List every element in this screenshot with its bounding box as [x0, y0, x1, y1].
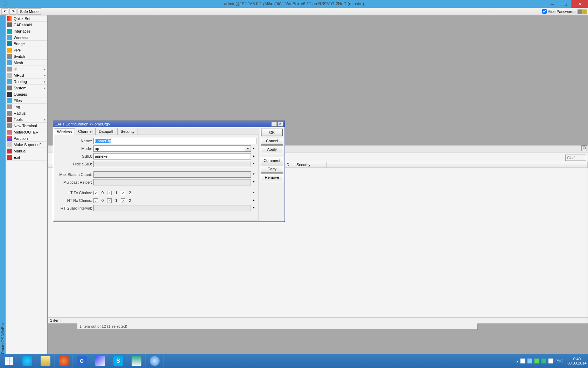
i-quick-icon	[7, 16, 12, 21]
sidebar-item-label: Bridge	[14, 42, 25, 46]
sidebar-item-wireless[interactable]: Wireless	[6, 34, 47, 41]
sidebar-item-capsman[interactable]: CAPsMAN	[6, 22, 47, 28]
sidebar-item-label: Quick Set	[14, 16, 30, 21]
sidebar-item-tools[interactable]: Tools▸	[6, 116, 47, 123]
taskbar-explorer[interactable]	[36, 354, 55, 368]
tx-up-icon[interactable]: ▴	[251, 190, 257, 196]
rx-chain-0-checkbox[interactable]: ✓	[93, 198, 98, 203]
sub-status-bar: 1 item out of 12 (1 selected)	[77, 323, 478, 330]
sidebar-item-label: Switch	[14, 54, 25, 59]
input-name[interactable]: HomeCfg	[93, 138, 257, 144]
max-station-down-icon[interactable]: ▾	[251, 171, 257, 178]
tray-flag-icon[interactable]	[520, 359, 525, 363]
apply-button[interactable]: Apply	[261, 145, 283, 153]
input-ssid[interactable]: anneke	[93, 153, 251, 159]
minimize-button[interactable]: —	[546, 0, 559, 8]
multicast-down-icon[interactable]: ▾	[251, 179, 257, 185]
label-name: Name:	[56, 139, 93, 143]
sidebar-item-exit[interactable]: Exit	[6, 154, 47, 161]
submenu-arrow-icon: ▸	[44, 118, 46, 121]
sidebar-item-quick-set[interactable]: Quick Set	[6, 15, 47, 22]
sidebar-item-mesh[interactable]: Mesh	[6, 60, 47, 66]
sidebar-item-queues[interactable]: Queues	[6, 91, 47, 97]
copy-button[interactable]: Copy	[261, 165, 283, 173]
tray-network-icon[interactable]	[541, 359, 546, 363]
bg-window-maximize-button[interactable]: ▢	[581, 145, 587, 151]
sidebar-item-label: Queues	[14, 92, 27, 96]
safe-mode-button[interactable]: Safe Mode	[18, 8, 41, 15]
ssid-up-icon[interactable]: ▴	[251, 153, 257, 159]
tab-channel[interactable]: Channel	[75, 128, 96, 135]
comment-button[interactable]: Comment	[261, 157, 283, 164]
tab-wireless[interactable]: Wireless	[54, 128, 75, 135]
tab-datapath[interactable]: Datapath	[96, 128, 118, 135]
sidebar-item-radius[interactable]: Radius	[6, 110, 47, 116]
sidebar-item-label: Routing	[14, 80, 27, 84]
label-multicast: Multicast Helper:	[56, 180, 93, 184]
rx-up-icon[interactable]: ▴	[251, 197, 257, 204]
hide-passwords-checkbox[interactable]	[542, 9, 547, 14]
sidebar-item-switch[interactable]: Switch	[6, 53, 47, 60]
i-log-icon	[7, 104, 12, 109]
taskbar-app5[interactable]	[91, 354, 109, 368]
taskbar-app7[interactable]	[127, 354, 146, 368]
tray-up-icon[interactable]: ▴	[516, 359, 518, 363]
tray-lang[interactable]: РУС	[555, 359, 563, 363]
ok-button[interactable]: OK	[261, 129, 283, 136]
find-input[interactable]: Find	[565, 155, 586, 161]
dialog-close-button[interactable]: ✕	[278, 122, 283, 127]
sidebar-item-mpls[interactable]: MPLS▸	[6, 72, 47, 79]
taskbar-winbox[interactable]	[146, 354, 164, 368]
tray-icon-3[interactable]	[534, 359, 539, 363]
sidebar-item-ip[interactable]: IP▸	[6, 66, 47, 72]
cancel-button[interactable]: Cancel	[261, 137, 283, 145]
tray-icon-2[interactable]	[527, 359, 532, 363]
tx-chain-0-checkbox[interactable]: ✓	[93, 191, 98, 195]
input-multicast[interactable]	[93, 179, 251, 185]
taskbar-ie[interactable]	[18, 354, 36, 368]
tray-speaker-icon[interactable]	[548, 359, 553, 363]
taskbar-outlook[interactable]: O	[73, 354, 91, 368]
sidebar-item-manual[interactable]: Manual	[6, 148, 47, 154]
tx-chain-1-checkbox[interactable]: ✓	[107, 191, 112, 195]
redo-button[interactable]: ↷	[9, 8, 16, 15]
tray-clock[interactable]: 0:40 30.03.2014	[567, 357, 587, 365]
tab-security[interactable]: Security	[118, 128, 138, 135]
input-max-station[interactable]	[93, 171, 251, 178]
dialog-tabs: Wireless Channel Datapath Security	[54, 128, 259, 135]
col-security[interactable]: Security	[295, 162, 327, 168]
input-hide-ssid[interactable]	[93, 161, 251, 167]
mode-up-icon[interactable]: ▴	[251, 145, 257, 152]
sidebar-item-ppp[interactable]: PPP	[6, 47, 47, 53]
rx-chain-2-checkbox[interactable]: ✓	[121, 198, 125, 203]
caps-config-dialog: CAPs Configuration <HomeCfg> ▫ ✕ Wireles…	[53, 121, 285, 222]
taskbar-firefox[interactable]	[55, 354, 73, 368]
rx-chain-1-checkbox[interactable]: ✓	[107, 198, 112, 203]
sidebar-item-metarouter[interactable]: MetaROUTER	[6, 129, 47, 135]
sidebar-item-interfaces[interactable]: Interfaces	[6, 28, 47, 34]
sidebar-item-files[interactable]: Files	[6, 97, 47, 104]
sidebar-item-routing[interactable]: Routing▸	[6, 79, 47, 85]
input-mode[interactable]: ap	[93, 145, 245, 152]
sidebar-item-label: Radius	[14, 111, 26, 115]
close-button[interactable]: ✕	[571, 0, 588, 8]
sidebar-item-make-supout-rif[interactable]: Make Supout.rif	[6, 142, 47, 148]
hide-ssid-down-icon[interactable]: ▾	[251, 161, 257, 167]
lock-icon-y	[582, 9, 587, 14]
sidebar-item-system[interactable]: System▸	[6, 85, 47, 91]
maximize-button[interactable]: ▢	[559, 0, 571, 8]
tx-chain-2-checkbox[interactable]: ✓	[121, 191, 125, 195]
dialog-restore-button[interactable]: ▫	[271, 122, 277, 127]
guard-down-icon[interactable]: ▾	[251, 205, 257, 211]
sidebar-item-new-terminal[interactable]: New Terminal	[6, 123, 47, 129]
taskbar-skype[interactable]: S	[109, 354, 127, 368]
dialog-titlebar[interactable]: CAPs Configuration <HomeCfg> ▫ ✕	[53, 121, 285, 127]
start-button[interactable]	[0, 354, 18, 368]
input-ht-guard[interactable]	[93, 205, 251, 211]
sidebar-item-bridge[interactable]: Bridge	[6, 41, 47, 47]
sidebar-item-partition[interactable]: Partition	[6, 135, 47, 142]
undo-button[interactable]: ↶	[1, 8, 8, 15]
sidebar-item-log[interactable]: Log	[6, 104, 47, 110]
mode-dropdown-icon[interactable]: ▾	[245, 145, 251, 152]
remove-button[interactable]: Remove	[261, 173, 283, 181]
